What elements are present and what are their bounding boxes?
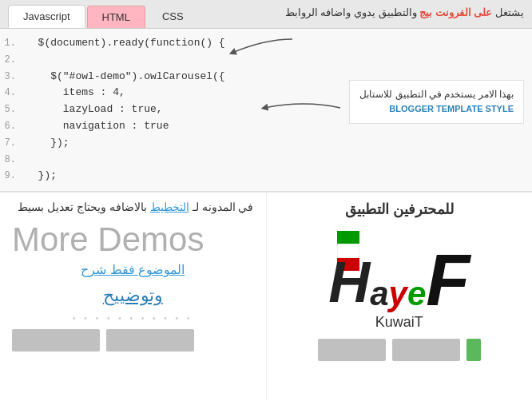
code-line-7: 7. }); [0,135,532,152]
line-content-2 [26,52,32,69]
code-line-8: 8. [0,152,532,169]
line-content-8 [26,152,32,169]
arabic-button[interactable]: وتوضييح [12,285,254,306]
tab-css[interactable]: CSS [147,5,199,28]
more-demos-text: More Demos [12,221,254,258]
left-panel: في المدونه لـ التخطيط بالاضافه ويحتاج تع… [0,193,267,400]
annotation-text-mid: والتطبيق يدوي واضافه الروابط [285,6,419,18]
gray-bar-right-1 [318,339,386,361]
line-num-3: 3. [0,70,26,85]
gray-bar-1 [12,329,100,351]
kuwait-text: KuwaiT [375,314,423,331]
hayef-y-letter: y [389,275,407,312]
annotation-mid-line2: BLOGGER TEMPLATE STYLE [359,102,514,117]
annotation-red-word: على الفرونت بيج [419,6,492,18]
annotation-mid: بهذا الامر يستخدم في التطبيق للاستابل BL… [349,80,524,124]
line-content-3: $("#owl-demo").owlCarousel({ [26,69,225,85]
tab-javascript[interactable]: Javascript [8,5,85,28]
arrow-mid-svg [248,92,344,124]
hayef-ayef-letters: aye [370,277,426,311]
arrow-top-svg [224,35,296,59]
code-section: Javascript HTML CSS يشتغل على الفرونت بي… [0,0,532,193]
line-content-7: }); [26,135,69,152]
line-content-6: navigation : true [26,118,169,135]
gray-bar-2 [106,329,194,351]
code-line-9: 9. }); [0,168,532,185]
line-content-9: }); [26,168,57,185]
hayef-logo: H aye F [288,223,511,311]
line-num-2: 2. [0,53,26,68]
line-content-5: lazyLoad : true, [26,101,163,118]
underline-word: التخطيط [150,201,189,213]
line-num-6: 6. [0,119,26,134]
line-num-1: 1. [0,36,26,51]
hayef-a-letter: a [370,275,388,312]
right-panel: للمحترفين التطبيق H aye F KuwaiT [267,193,533,400]
tab-html[interactable]: HTML [87,6,145,28]
hayef-h-letter: H [328,253,370,311]
annotation-text-before: يشتغل [492,6,524,18]
hayef-e-letter: e [407,275,426,312]
arabic-text-top: في المدونه لـ التخطيط بالاضافه ويحتاج تع… [12,201,254,213]
line-num-4: 4. [0,85,26,101]
line-content-1: $(document).ready(function() { [26,35,225,52]
line-num-9: 9. [0,169,26,184]
line-num-5: 5. [0,102,26,117]
gray-bars-right [318,339,481,361]
hayef-title-arabic: للمحترفين التطبيق [345,201,454,218]
arabic-subtitle: الموضوع فقط شرح [12,262,254,277]
green-bar-right [466,339,481,361]
line-content-4: items : 4, [26,85,125,101]
hayef-f-letter: F [426,250,470,312]
line-num-7: 7. [0,136,26,151]
flag-stripe-green [337,231,359,244]
dots-line: • • • • • • • • • • • [12,314,254,323]
line-num-8: 8. [0,153,26,168]
annotation-mid-line1: بهذا الامر يستخدم في التطبيق للاستابل [359,89,514,100]
bottom-section: في المدونه لـ التخطيط بالاضافه ويحتاج تع… [0,193,532,400]
annotation-top-right: يشتغل على الفرونت بيج والتطبيق يدوي واضا… [285,6,524,18]
gray-bar-right-2 [392,339,460,361]
gray-bars-left [12,329,254,351]
